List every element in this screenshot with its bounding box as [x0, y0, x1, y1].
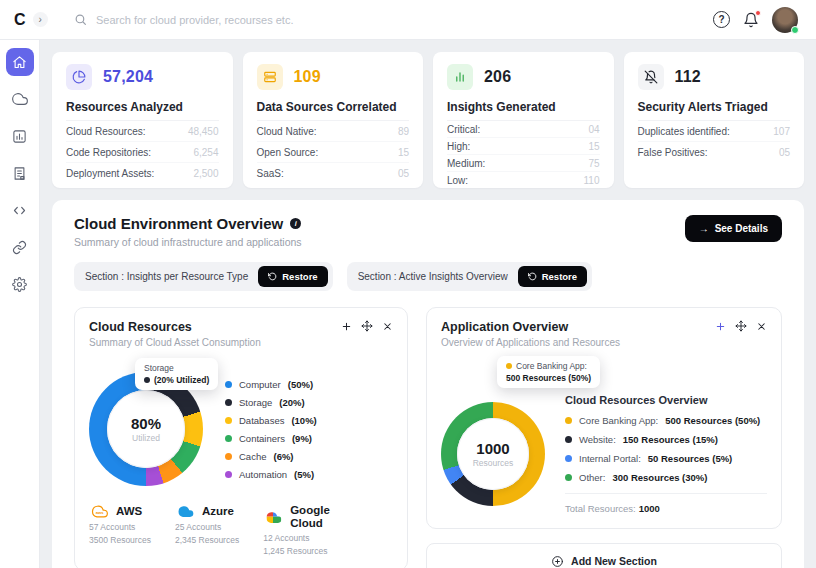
bell-off-icon — [638, 64, 664, 90]
stat-row: Duplicates identified:107 — [638, 121, 791, 142]
add-icon[interactable] — [715, 321, 726, 332]
legend-item: Automation(5%) — [225, 469, 317, 480]
stat-title: Data Sources Correlated — [257, 100, 410, 121]
stat-row-value: 04 — [588, 124, 599, 135]
sidebar-item-reports[interactable] — [6, 159, 34, 187]
donut-center-value: 1000 — [476, 440, 509, 457]
topbar-actions: ? — [713, 7, 798, 33]
restore-button[interactable]: Restore — [258, 266, 327, 287]
add-circle-icon — [551, 555, 564, 568]
stat-title: Resources Analyzed — [66, 100, 219, 121]
search-icon — [74, 13, 87, 26]
svg-text:aws: aws — [96, 510, 105, 515]
azure-cloud-icon — [175, 504, 195, 519]
stat-row-label: Critical: — [447, 124, 480, 135]
legend-dot — [225, 381, 232, 388]
provider-aws: aws AWS 57 Accounts 3500 Resources — [89, 504, 151, 556]
see-details-button[interactable]: → See Details — [685, 215, 782, 242]
search-input[interactable] — [96, 14, 543, 26]
add-icon[interactable] — [341, 321, 352, 332]
list-item: Website:150 Resources (15%) — [565, 434, 767, 445]
stat-row-value: 05 — [398, 168, 409, 179]
user-avatar[interactable] — [772, 7, 798, 33]
list-item: Other:300 Resources (30%) — [565, 472, 767, 483]
provider-accounts: 57 Accounts — [89, 522, 151, 532]
list-title: Cloud Resources Overview — [565, 394, 767, 406]
info-icon[interactable]: i — [290, 218, 301, 229]
chart-tooltip: Storage (20% Utilized) — [135, 358, 218, 390]
stat-row-value: 48,450 — [188, 126, 219, 137]
sidebar-item-home[interactable] — [6, 48, 34, 76]
application-donut-chart[interactable]: 1000 Resources — [441, 402, 545, 506]
stat-title: Insights Generated — [447, 100, 600, 121]
brand[interactable]: C › — [14, 11, 60, 29]
legend-item: Containers(9%) — [225, 433, 317, 444]
cloud-resources-widget: Cloud Resources Summary of Cloud Asset C… — [74, 307, 408, 568]
stat-row: SaaS:05 — [257, 163, 410, 183]
close-icon[interactable] — [382, 321, 393, 332]
providers-row: aws AWS 57 Accounts 3500 Resources — [89, 504, 393, 556]
list-item: Internal Portal:50 Resources (5%) — [565, 453, 767, 464]
provider-azure: Azure 25 Accounts 2,345 Resources — [175, 504, 239, 556]
legend-dot — [565, 474, 572, 481]
tooltip-dot — [506, 363, 512, 369]
topbar: C › ? — [0, 0, 816, 40]
sidebar-item-settings[interactable] — [6, 270, 34, 298]
legend-item: Computer(50%) — [225, 379, 317, 390]
widget-subtitle: Overview of Applications and Resources — [441, 337, 620, 348]
notifications-icon[interactable] — [743, 12, 759, 28]
stat-row-label: SaaS: — [257, 168, 284, 179]
stat-value: 109 — [294, 68, 321, 86]
stat-row: Code Repositories:6,254 — [66, 142, 219, 163]
help-icon[interactable]: ? — [713, 11, 730, 28]
sidebar-item-code[interactable] — [6, 196, 34, 224]
stat-row-value: 89 — [398, 126, 409, 137]
legend-dot — [225, 471, 232, 478]
move-icon[interactable] — [735, 320, 747, 332]
stat-row: Deployment Assets:2,500 — [66, 163, 219, 183]
chip-label: Section : Insights per Resource Type — [85, 271, 248, 282]
stat-card-insights: 206 Insights Generated Critical:04 High:… — [433, 52, 614, 188]
stat-row: Low:110 — [447, 172, 600, 188]
close-icon[interactable] — [756, 321, 767, 332]
stat-row-label: False Positives: — [638, 147, 708, 158]
sidebar-item-integrations[interactable] — [6, 233, 34, 261]
stat-row-value: 15 — [398, 147, 409, 158]
provider-resources: 2,345 Resources — [175, 535, 239, 545]
legend-dot — [565, 455, 572, 462]
chevron-right-icon[interactable]: › — [33, 12, 48, 27]
stat-row-value: 05 — [779, 147, 790, 158]
stat-row-label: Cloud Resources: — [66, 126, 145, 137]
aws-cloud-icon: aws — [89, 504, 109, 519]
sidebar-item-cloud[interactable] — [6, 85, 34, 113]
widget-subtitle: Summary of Cloud Asset Consumption — [89, 337, 261, 348]
cloud-environment-overview-panel: Cloud Environment Overview i Summary of … — [52, 200, 804, 568]
main-content: 57,204 Resources Analyzed Cloud Resource… — [40, 40, 816, 568]
add-new-section-button[interactable]: Add New Section — [426, 543, 782, 568]
legend-dot — [225, 453, 232, 460]
application-overview-widget: Application Overview Overview of Applica… — [426, 307, 782, 529]
stat-row-label: Open Source: — [257, 147, 319, 158]
legend-item: Databases(10%) — [225, 415, 317, 426]
sidebar-item-analytics[interactable] — [6, 122, 34, 150]
app-root: C › ? — [0, 0, 816, 568]
legend-item: Cache(6%) — [225, 451, 317, 462]
stat-row-label: Cloud Native: — [257, 126, 317, 137]
stat-title: Security Alerts Triaged — [638, 100, 791, 121]
search-bar[interactable] — [74, 13, 713, 26]
pie-chart-icon — [66, 64, 92, 90]
stat-row-value: 2,500 — [193, 168, 218, 179]
divider — [565, 493, 767, 494]
chart-tooltip: Core Banking App: 500 Resources (50%) — [497, 356, 600, 388]
stat-card-data-sources: 109 Data Sources Correlated Cloud Native… — [243, 52, 424, 188]
server-icon — [257, 64, 283, 90]
restore-button[interactable]: Restore — [518, 266, 587, 287]
stat-row: False Positives:05 — [638, 142, 791, 162]
rotate-ccw-icon — [268, 272, 277, 281]
stat-row-value: 75 — [588, 158, 599, 169]
bar-chart-icon — [447, 64, 473, 90]
move-icon[interactable] — [361, 320, 373, 332]
chip-label: Section : Active Insights Overview — [358, 271, 508, 282]
notification-badge — [755, 10, 761, 16]
section-chip-active-insights: Section : Active Insights Overview Resto… — [347, 262, 592, 291]
